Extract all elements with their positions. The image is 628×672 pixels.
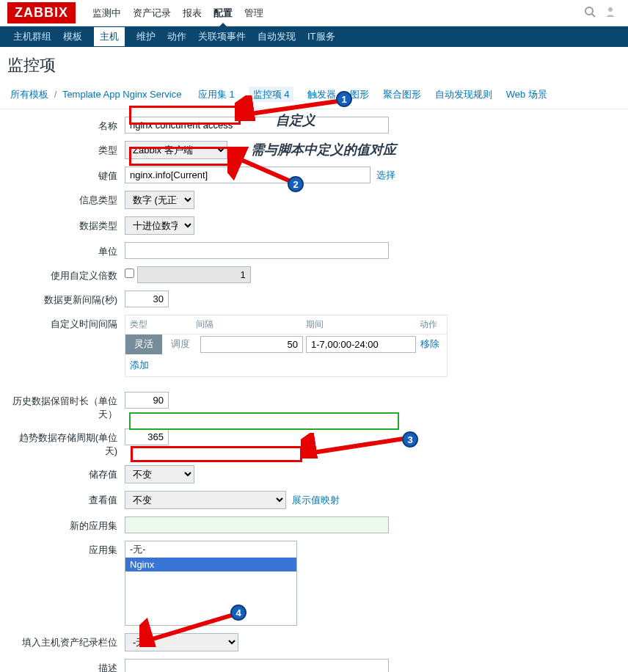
tab-flexible[interactable]: 灵活	[125, 335, 162, 354]
unit-label: 单位	[7, 242, 125, 258]
col-interval: 间隔	[191, 315, 302, 334]
inventory-select[interactable]: -无-	[125, 633, 238, 651]
history-label: 历史数据保留时长（单位天）	[7, 392, 125, 421]
apps-option-nginx[interactable]: Nginx	[125, 558, 296, 571]
subnav-actions[interactable]: 动作	[167, 30, 186, 43]
bc-web[interactable]: Web 场景	[506, 89, 547, 100]
infotype-label: 信息类型	[7, 191, 125, 207]
bc-discovery[interactable]: 自动发现规则	[435, 89, 492, 100]
topnav-monitoring[interactable]: 监测中	[92, 7, 121, 20]
bc-graphs[interactable]: 图形	[350, 89, 369, 100]
subnav-hostgroups[interactable]: 主机群组	[13, 30, 51, 43]
page-title: 监控项	[0, 47, 628, 84]
apps-label: 应用集	[7, 541, 125, 557]
multiplier-input[interactable]	[137, 266, 251, 283]
apps-listbox[interactable]: -无- Nginx	[125, 541, 297, 626]
subnav-hosts[interactable]: 主机	[94, 27, 125, 46]
logo[interactable]: ZABBIX	[7, 2, 76, 23]
datatype-label: 数据类型	[7, 216, 125, 233]
sched-interval-input[interactable]	[200, 336, 303, 353]
svg-line-1	[592, 14, 595, 17]
trends-input[interactable]	[125, 428, 169, 445]
key-input[interactable]	[125, 167, 370, 183]
type-select[interactable]: Zabbix 客户端	[125, 141, 227, 159]
sched-remove[interactable]: 移除	[417, 335, 442, 354]
user-icon[interactable]	[600, 6, 621, 20]
interval-input[interactable]	[125, 291, 169, 307]
desc-label: 描述	[7, 659, 125, 672]
col-period: 期间	[302, 315, 415, 334]
svg-point-0	[585, 7, 593, 15]
interval-label: 数据更新间隔(秒)	[7, 291, 125, 307]
name-input[interactable]	[125, 117, 389, 134]
subnav-itservices[interactable]: IT服务	[307, 30, 335, 43]
subnav-maintenance[interactable]: 维护	[136, 30, 156, 43]
sched-add[interactable]: 添加	[130, 359, 149, 370]
inventory-label: 填入主机资产纪录栏位	[7, 633, 125, 649]
history-input[interactable]	[125, 392, 169, 409]
topnav-config[interactable]: 配置	[213, 7, 233, 20]
unit-input[interactable]	[125, 242, 389, 259]
search-icon[interactable]	[580, 6, 600, 20]
multiplier-label: 使用自定义倍数	[7, 266, 125, 282]
name-label: 名称	[7, 117, 125, 133]
bc-items[interactable]: 监控项 4	[249, 87, 294, 102]
bc-aggregate[interactable]: 聚合图形	[383, 89, 421, 100]
topnav-inventory[interactable]: 资产记录	[133, 7, 171, 20]
bc-apps[interactable]: 应用集 1	[198, 89, 235, 100]
datatype-select[interactable]: 十进位数字	[125, 216, 194, 235]
topnav-admin[interactable]: 管理	[244, 7, 263, 20]
bc-triggers[interactable]: 触发器	[307, 89, 336, 100]
key-label: 键值	[7, 167, 125, 183]
custom-interval-label: 自定义时间间隔	[7, 315, 125, 331]
store-select[interactable]: 不变	[125, 465, 194, 483]
sched-period-input[interactable]	[306, 336, 416, 353]
show-select[interactable]: 不变	[125, 491, 286, 509]
topnav-reports[interactable]: 报表	[183, 7, 202, 20]
key-select-btn[interactable]: 选择	[376, 169, 395, 180]
infotype-select[interactable]: 数字 (无正负)	[125, 191, 194, 209]
multiplier-checkbox[interactable]	[125, 269, 134, 278]
subnav-correlation[interactable]: 关联项事件	[198, 30, 246, 43]
svg-point-2	[608, 7, 613, 12]
breadcrumb: 所有模板 / Template App Nginx Service 应用集 1 …	[0, 84, 628, 109]
subnav-templates[interactable]: 模板	[63, 30, 82, 43]
bc-all-templates[interactable]: 所有模板	[10, 89, 48, 100]
apps-option-none[interactable]: -无-	[125, 541, 296, 558]
subnav-discovery[interactable]: 自动发现	[258, 30, 296, 43]
bc-template-name[interactable]: Template App Nginx Service	[62, 89, 182, 100]
col-action: 动作	[415, 315, 445, 334]
type-label: 类型	[7, 141, 125, 157]
trends-label: 趋势数据存储周期(单位天)	[7, 428, 125, 458]
desc-textarea[interactable]	[125, 659, 389, 672]
col-type: 类型	[125, 315, 191, 334]
tab-scheduling[interactable]: 调度	[162, 335, 199, 354]
newapp-label: 新的应用集	[7, 516, 125, 533]
store-label: 储存值	[7, 465, 125, 481]
newapp-input[interactable]	[125, 516, 389, 533]
show-mapping-link[interactable]: 展示值映射	[292, 494, 340, 505]
show-label: 查看值	[7, 491, 125, 507]
